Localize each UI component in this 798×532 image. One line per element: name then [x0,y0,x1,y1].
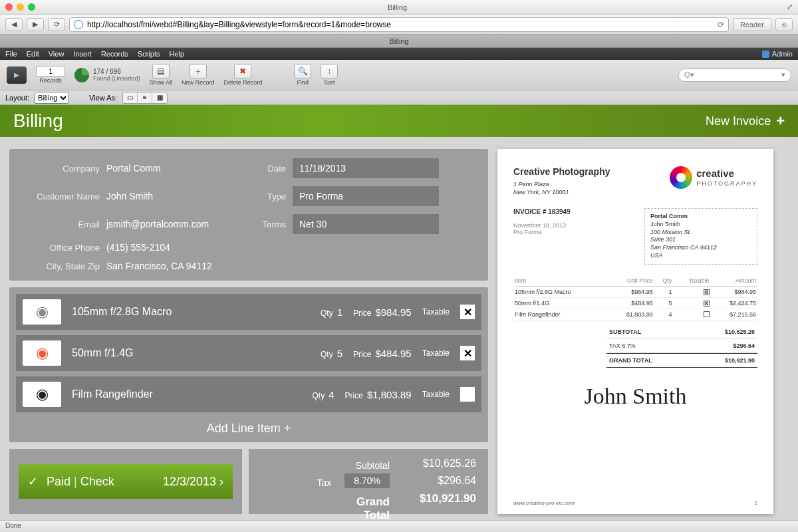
line-item[interactable]: ◉ 105mm f/2.8G Macro Qty1 Price$984.95 T… [16,294,481,330]
url-bar[interactable]: ⟳ [69,17,729,32]
app-menu-bar: File Edit View Insert Records Scripts He… [0,48,798,60]
menu-edit[interactable]: Edit [27,50,39,58]
viewas-label: View As: [89,94,117,102]
taxable-checkbox[interactable]: ✕ [460,346,475,360]
product-name[interactable]: Film Rangefinder [72,388,302,400]
pv-vendor-addr2: New York, NY 10001 [513,189,569,196]
delete-record-icon: ✖ [234,64,251,78]
taxable-checkbox[interactable]: ✕ [460,305,475,319]
sort-button[interactable]: ↕Sort [321,64,338,86]
add-line-item-button[interactable]: Add Line Item + [16,418,481,436]
layout-select[interactable]: Billing [35,92,69,104]
product-thumb: ◉ [23,382,61,407]
dropdown-icon: ▾ [781,70,785,79]
close-icon[interactable] [5,3,13,11]
product-thumb: ◉ [23,340,61,366]
price-field[interactable]: Price$484.95 [353,348,412,359]
product-name[interactable]: 50mm f/1.4G [72,347,310,359]
back-button[interactable]: ◀ [5,18,23,31]
zoom-icon[interactable] [28,3,35,11]
new-invoice-label: New Invoice [706,114,771,128]
field-date[interactable]: 11/18/2013 [293,158,439,178]
taxable-label: Taxable [422,348,450,358]
menu-scripts[interactable]: Scripts [138,50,160,58]
subtotal-value: $10,625.26 [403,458,476,469]
paid-date: 12/3/2013 [163,475,216,488]
reload-button[interactable]: ⟳ [48,18,65,31]
show-all-button[interactable]: ▤Show All [150,64,173,86]
record-book-icon[interactable] [7,66,27,84]
grand-value: $10,921.90 [403,492,476,505]
qty-field[interactable]: Qty1 [321,307,342,318]
val-name[interactable]: John Smith [106,191,239,201]
admin-badge[interactable]: Admin [762,50,793,58]
val-phone[interactable]: (415) 555-2104 [106,242,239,253]
reader-button[interactable]: Reader [733,18,771,31]
share-button[interactable]: ⎋ [775,18,793,31]
product-name[interactable]: 105mm f/2.8G Macro [72,306,310,318]
menu-view[interactable]: View [49,50,65,58]
logo-text-top: creative [696,168,734,179]
line-item[interactable]: ◉ Film Rangefinder Qty4 Price$1,803.89 T… [16,376,481,412]
window-title: Billing [35,3,759,11]
forward-button[interactable]: ▶ [27,18,44,31]
record-toolbar: Records 174 / 696 Found (Unsorted) ▤Show… [0,60,798,90]
record-number-input[interactable] [36,66,65,76]
product-thumb: ◉ [23,299,61,325]
page-banner: Billing New Invoice + [0,105,798,137]
pv-invoice-no: INVOICE # 183949 [513,208,571,215]
traffic-lights[interactable] [5,3,35,11]
refresh-icon[interactable]: ⟳ [718,20,724,29]
sort-icon: ↕ [321,64,338,78]
url-input[interactable] [87,20,714,29]
delete-record-button[interactable]: ✖Delete Record [224,64,263,86]
view-table-icon[interactable]: ▦ [152,92,167,103]
find-icon: 🔍 [294,64,311,78]
menu-records[interactable]: Records [101,50,128,58]
invoice-preview: Creative Photography 1 Penn PlazaNew Yor… [497,149,773,514]
paid-status: Paid [47,475,70,488]
line-item[interactable]: ◉ 50mm f/1.4G Qty5 Price$484.95 Taxable … [16,335,481,371]
found-set: 174 / 696 Found (Unsorted) [74,68,140,82]
layout-label: Layout: [5,94,29,102]
minimize-icon[interactable] [17,3,24,11]
plus-icon: + [776,112,785,130]
pie-icon [74,68,89,82]
line-items-panel: ◉ 105mm f/2.8G Macro Qty1 Price$984.95 T… [9,287,488,442]
menu-insert[interactable]: Insert [73,50,92,58]
page-title: Billing [13,110,63,132]
val-csz[interactable]: San Francisco, CA 94112 [106,261,239,271]
tax-pct-field[interactable]: 8.70% [344,473,390,488]
qty-field[interactable]: Qty5 [321,348,342,359]
record-counter: Records [36,66,65,84]
pv-invoice-date: November 18, 2013 [513,222,566,229]
resize-icon[interactable]: ⤢ [759,3,793,11]
tax-value: $296.64 [403,475,476,487]
price-field[interactable]: Price$984.95 [353,307,412,318]
document-tab[interactable]: Billing [0,35,798,48]
paid-button[interactable]: ✓ Paid | Check 12/3/2013 › [19,464,233,499]
price-field[interactable]: Price$1,803.89 [345,389,412,400]
view-list-icon[interactable]: ≡ [138,92,152,103]
find-button[interactable]: 🔍Find [294,64,311,86]
quick-search[interactable]: Q▾▾ [678,68,791,82]
menu-file[interactable]: File [5,50,17,58]
field-terms[interactable]: Net 30 [293,214,439,234]
new-record-button[interactable]: ＋New Record [182,64,215,86]
qty-field[interactable]: Qty4 [313,389,334,400]
new-invoice-button[interactable]: New Invoice + [706,112,785,130]
view-form-icon[interactable]: ▭ [123,92,138,103]
mac-titlebar: Billing ⤢ [0,0,798,15]
subtotal-label: Subtotal [330,460,390,467]
found-count: 174 / 696 [93,68,140,75]
view-as-toggle[interactable]: ▭ ≡ ▦ [122,92,168,104]
user-icon [762,51,769,58]
val-company[interactable]: Portal Comm [106,163,239,174]
pv-tax-label: TAX 8.7% [609,342,636,349]
taxable-checkbox[interactable] [460,387,475,402]
pv-footer-site: www.creative-pro-inc.com [513,500,575,506]
menu-help[interactable]: Help [169,50,184,58]
val-email[interactable]: jsmith@portalcomm.com [106,219,239,229]
field-type[interactable]: Pro Forma [293,186,439,206]
pv-vendor-name: Creative Photography [513,166,610,177]
